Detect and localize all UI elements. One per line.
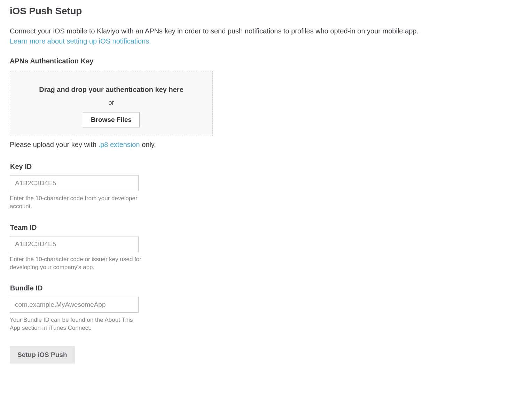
key-id-help: Enter the 10-character code from your de… bbox=[10, 195, 142, 211]
key-id-label: Key ID bbox=[10, 162, 522, 172]
team-id-help: Enter the 10-character code or issuer ke… bbox=[10, 256, 142, 272]
key-id-input[interactable] bbox=[10, 175, 139, 191]
setup-ios-push-button[interactable]: Setup iOS Push bbox=[10, 346, 75, 364]
key-id-group: Key ID Enter the 10-character code from … bbox=[10, 162, 522, 211]
apns-key-heading: APNs Authentication Key bbox=[10, 56, 522, 66]
browse-files-button[interactable]: Browse Files bbox=[83, 112, 140, 127]
submit-row: Setup iOS Push bbox=[10, 346, 522, 364]
bundle-id-help: Your Bundle ID can be found on the About… bbox=[10, 316, 142, 332]
page-title: iOS Push Setup bbox=[10, 4, 522, 18]
intro-paragraph: Connect your iOS mobile to Klaviyo with … bbox=[10, 26, 522, 46]
bundle-id-input[interactable] bbox=[10, 297, 139, 313]
dropzone-or: or bbox=[17, 98, 205, 107]
upload-hint: Please upload your key with .p8 extensio… bbox=[10, 140, 522, 150]
learn-more-link[interactable]: Learn more about setting up iOS notifica… bbox=[10, 37, 151, 45]
upload-hint-before: Please upload your key with bbox=[10, 141, 99, 148]
p8-extension-link[interactable]: .p8 extension bbox=[99, 141, 140, 148]
team-id-group: Team ID Enter the 10-character code or i… bbox=[10, 223, 522, 272]
auth-key-dropzone[interactable]: Drag and drop your authentication key he… bbox=[10, 71, 213, 136]
bundle-id-label: Bundle ID bbox=[10, 283, 522, 293]
upload-hint-after: only. bbox=[140, 141, 156, 148]
team-id-label: Team ID bbox=[10, 223, 522, 233]
team-id-input[interactable] bbox=[10, 236, 139, 252]
bundle-id-group: Bundle ID Your Bundle ID can be found on… bbox=[10, 283, 522, 332]
dropzone-instruction: Drag and drop your authentication key he… bbox=[17, 85, 205, 95]
intro-text: Connect your iOS mobile to Klaviyo with … bbox=[10, 27, 418, 35]
